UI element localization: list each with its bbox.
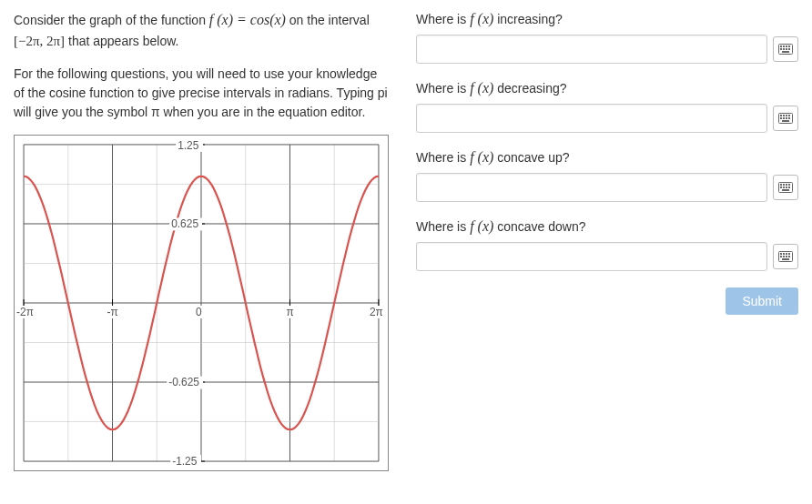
- intro-paragraph-2: For the following questions, you will ne…: [14, 65, 389, 122]
- svg-rect-73: [788, 256, 790, 257]
- svg-rect-74: [782, 258, 789, 260]
- svg-rect-56: [780, 184, 782, 186]
- svg-rect-40: [780, 48, 782, 50]
- svg-rect-37: [783, 45, 785, 47]
- intro-text: that appears below.: [65, 34, 178, 48]
- svg-rect-43: [788, 48, 790, 50]
- question-label: Where is f (x) concave up?: [416, 149, 798, 166]
- interval-expr: [−2π, 2π]: [14, 34, 65, 48]
- equation-editor-button[interactable]: [773, 175, 798, 200]
- intro-text: Consider the graph of the function: [14, 13, 209, 27]
- svg-rect-64: [782, 189, 789, 191]
- question-label: Where is f (x) concave down?: [416, 218, 798, 235]
- y-tick-label: 1.25: [178, 138, 199, 151]
- y-tick-label: -0.625: [168, 376, 199, 388]
- y-tick-label: 0: [196, 305, 202, 318]
- answer-input-decreasing[interactable]: [416, 104, 767, 133]
- svg-rect-54: [782, 120, 789, 122]
- answer-input-concave-up[interactable]: [416, 173, 767, 202]
- question-increasing: Where is f (x) increasing?: [416, 11, 798, 64]
- y-tick-label: -1.25: [172, 455, 198, 468]
- svg-rect-53: [788, 117, 790, 119]
- svg-rect-72: [786, 256, 787, 257]
- graph-plot: 1.25 0.625 0 -0.625 -1.25 -2π -π π: [14, 135, 389, 471]
- x-tick-label: π: [286, 305, 293, 318]
- svg-rect-67: [783, 253, 785, 255]
- keyboard-icon: [778, 113, 793, 124]
- answer-input-concave-down[interactable]: [416, 242, 767, 271]
- svg-rect-58: [786, 184, 787, 186]
- svg-rect-38: [786, 45, 787, 47]
- svg-rect-48: [786, 115, 787, 116]
- svg-rect-42: [786, 48, 787, 50]
- question-decreasing: Where is f (x) decreasing?: [416, 80, 798, 133]
- svg-rect-36: [780, 45, 782, 47]
- equation-editor-button[interactable]: [773, 36, 798, 62]
- svg-rect-51: [783, 117, 785, 119]
- svg-rect-41: [783, 48, 785, 50]
- svg-rect-69: [788, 253, 790, 255]
- svg-rect-49: [788, 115, 790, 116]
- y-tick-label: 0.625: [171, 217, 198, 230]
- svg-rect-70: [780, 256, 782, 257]
- svg-rect-52: [786, 117, 787, 119]
- equation-editor-button[interactable]: [773, 244, 798, 269]
- svg-rect-44: [782, 51, 789, 53]
- svg-rect-39: [788, 45, 790, 47]
- svg-rect-57: [783, 184, 785, 186]
- question-label: Where is f (x) increasing?: [416, 11, 798, 27]
- submit-button[interactable]: Submit: [726, 287, 798, 315]
- svg-rect-68: [786, 253, 787, 255]
- x-tick-label: 2π: [370, 305, 383, 318]
- svg-rect-61: [783, 186, 785, 188]
- question-concave-up: Where is f (x) concave up?: [416, 149, 798, 202]
- svg-rect-47: [783, 115, 785, 116]
- cosine-graph-svg: 1.25 0.625 0 -0.625 -1.25 -2π -π π: [15, 136, 388, 470]
- svg-rect-66: [780, 253, 782, 255]
- equation-editor-button[interactable]: [773, 106, 798, 131]
- svg-rect-60: [780, 186, 782, 188]
- svg-rect-59: [788, 184, 790, 186]
- svg-rect-63: [788, 186, 790, 188]
- svg-rect-71: [783, 256, 785, 257]
- keyboard-icon: [778, 44, 793, 55]
- keyboard-icon: [778, 182, 793, 193]
- svg-rect-50: [780, 117, 782, 119]
- answer-input-increasing[interactable]: [416, 35, 767, 64]
- x-tick-label: -π: [107, 305, 118, 318]
- question-label: Where is f (x) decreasing?: [416, 80, 798, 96]
- keyboard-icon: [778, 251, 793, 262]
- intro-text: on the interval: [286, 13, 370, 27]
- intro-paragraph-1: Consider the graph of the function f (x)…: [14, 9, 389, 52]
- svg-rect-62: [786, 186, 787, 188]
- question-concave-down: Where is f (x) concave down?: [416, 218, 798, 271]
- function-expr: f (x) = cos(x): [209, 12, 286, 27]
- svg-rect-46: [780, 115, 782, 116]
- x-tick-label: -2π: [16, 305, 34, 318]
